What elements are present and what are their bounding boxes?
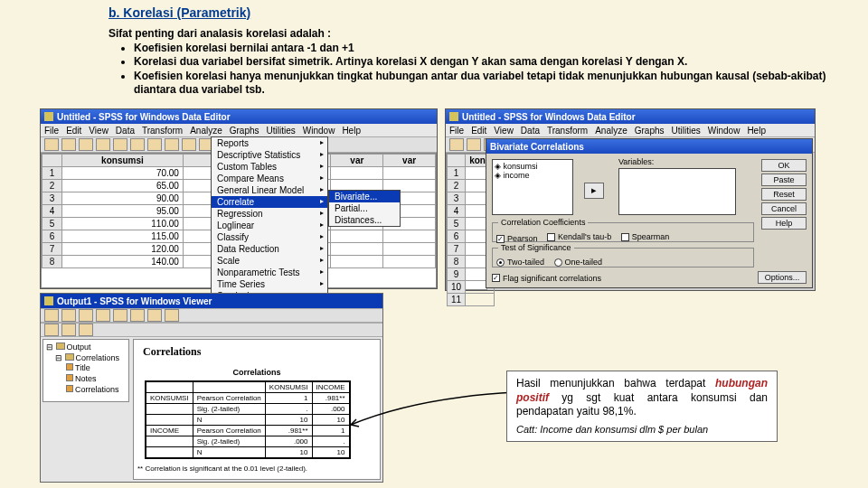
menu-item[interactable]: Utilities	[267, 126, 296, 136]
menu-item[interactable]: Graphs	[635, 126, 665, 136]
menu-item[interactable]: Loglinear	[212, 220, 327, 231]
toolbar-button[interactable]	[79, 309, 93, 322]
row-head[interactable]: 9	[448, 268, 466, 281]
toolbar-button[interactable]	[61, 138, 76, 151]
menu-item[interactable]: View	[89, 126, 108, 136]
menu-item[interactable]: Transform	[547, 126, 588, 136]
source-listbox[interactable]: ◈ konsumsi ◈ income	[492, 159, 573, 215]
menu-item[interactable]: Time Series	[212, 278, 327, 290]
menu-item[interactable]: Help	[747, 126, 766, 136]
menubar[interactable]: File Edit View Data Transform Analyze Gr…	[446, 124, 815, 136]
row-head[interactable]: 11	[448, 294, 466, 306]
submenu-item[interactable]: Distances...	[329, 214, 400, 226]
toolbar-button[interactable]	[182, 138, 196, 151]
menu-item[interactable]: Transform	[142, 126, 183, 136]
tree-item[interactable]: Notes	[66, 374, 126, 385]
toolbar-button[interactable]	[113, 309, 127, 322]
row-head[interactable]: 4	[42, 205, 62, 218]
row-head[interactable]: 6	[42, 230, 62, 243]
reset-button[interactable]: Reset	[761, 188, 807, 201]
toolbar-button[interactable]	[165, 138, 179, 151]
menubar[interactable]: File Edit View Data Transform Analyze Gr…	[41, 124, 437, 136]
row-head[interactable]: 2	[42, 180, 62, 192]
toolbar-button[interactable]	[467, 138, 481, 151]
toolbar-button[interactable]	[113, 138, 127, 151]
menu-item[interactable]: Compare Means	[212, 173, 327, 184]
submenu-bivariate[interactable]: Bivariate...	[329, 191, 400, 202]
spearman-checkbox[interactable]: Spearman	[621, 232, 670, 241]
menu-item[interactable]: Scale	[212, 255, 327, 267]
menu-item[interactable]: File	[449, 126, 464, 136]
list-item[interactable]: ◈ konsumsi	[495, 162, 571, 171]
cell[interactable]: 70.00	[62, 167, 184, 180]
cell[interactable]: 110.00	[62, 218, 184, 230]
menu-item[interactable]: Graphs	[230, 126, 259, 136]
toolbar-button[interactable]	[79, 138, 93, 151]
cell[interactable]: 90.00	[62, 192, 184, 205]
toolbar-button[interactable]	[147, 309, 162, 322]
cell[interactable]: 95.00	[62, 205, 184, 218]
tree-item[interactable]: Correlations	[66, 385, 126, 396]
menu-item[interactable]: Data	[116, 126, 135, 136]
row-head[interactable]: 5	[448, 218, 466, 230]
cancel-button[interactable]: Cancel	[761, 202, 807, 215]
col-header[interactable]: var	[331, 155, 383, 167]
menu-item[interactable]: Edit	[471, 126, 486, 136]
help-button[interactable]: Help	[761, 217, 807, 230]
row-head[interactable]: 8	[42, 256, 62, 268]
cell[interactable]: 120.00	[62, 243, 184, 256]
tree-group[interactable]: ⊟ Correlations	[55, 353, 126, 364]
row-head[interactable]: 5	[42, 218, 62, 230]
menu-item[interactable]: Window	[303, 126, 335, 136]
cell[interactable]: 65.00	[62, 180, 184, 192]
toolbar-button[interactable]	[61, 309, 76, 322]
toolbar-button[interactable]	[449, 138, 464, 151]
row-head[interactable]: 1	[42, 167, 62, 180]
row-head[interactable]: 10	[448, 281, 466, 294]
menu-item[interactable]: Descriptive Statistics	[212, 149, 327, 161]
two-tailed-radio[interactable]: Two-tailed	[496, 258, 544, 267]
menu-item[interactable]: Analyze	[595, 126, 627, 136]
kendall-checkbox[interactable]: Kendall's tau-b	[547, 232, 611, 241]
toolbar-button[interactable]	[79, 324, 93, 336]
correlate-submenu[interactable]: Bivariate... Partial... Distances...	[328, 190, 401, 227]
options-button[interactable]: Options...	[758, 271, 807, 284]
col-header[interactable]: konsumsi	[62, 155, 184, 167]
menu-item[interactable]: Reports	[212, 137, 327, 149]
menu-item[interactable]: Window	[708, 126, 741, 136]
menu-item[interactable]: Classify	[212, 231, 327, 243]
toolbar-button[interactable]	[130, 309, 145, 322]
row-head[interactable]: 3	[42, 192, 62, 205]
menu-item[interactable]: Data	[521, 126, 540, 136]
row-head[interactable]: 7	[448, 243, 466, 256]
cell[interactable]: 140.00	[62, 256, 184, 268]
one-tailed-radio[interactable]: One-tailed	[554, 258, 603, 267]
row-head[interactable]: 8	[448, 256, 466, 268]
toolbar-button[interactable]	[130, 138, 145, 151]
variables-listbox[interactable]	[618, 168, 736, 215]
toolbar-button[interactable]	[165, 309, 179, 322]
menu-item[interactable]: Custom Tables	[212, 161, 327, 173]
row-head[interactable]: 3	[448, 192, 466, 205]
menu-item[interactable]: Utilities	[672, 126, 701, 136]
list-item[interactable]: ◈ income	[495, 171, 571, 180]
output-tree[interactable]: ⊟ Output ⊟ Correlations Title Notes Corr…	[42, 339, 129, 402]
flag-checkbox[interactable]: ✓Flag significant correlations	[492, 273, 609, 283]
toolbar-button[interactable]	[96, 309, 110, 322]
row-head[interactable]: 7	[42, 243, 62, 256]
data-grid[interactable]: kons 1 2 3 4 5 6 7 8 9 10 11	[446, 153, 487, 290]
menu-item-correlate[interactable]: Correlate	[212, 196, 327, 208]
move-right-button[interactable]: ▸	[584, 183, 604, 199]
toolbar-button[interactable]	[44, 138, 59, 151]
cell[interactable]: 115.00	[62, 230, 184, 243]
toolbar-button[interactable]	[61, 324, 76, 336]
menu-item[interactable]: Analyze	[190, 126, 222, 136]
toolbar-button[interactable]	[147, 138, 162, 151]
menu-item[interactable]: General Linear Model	[212, 184, 327, 196]
row-head[interactable]: 4	[448, 205, 466, 218]
menu-item[interactable]: Edit	[66, 126, 81, 136]
ok-button[interactable]: OK	[761, 159, 807, 172]
tree-root[interactable]: ⊟ Output	[46, 343, 126, 353]
row-head[interactable]: 1	[448, 167, 466, 180]
toolbar-button[interactable]	[96, 138, 110, 151]
